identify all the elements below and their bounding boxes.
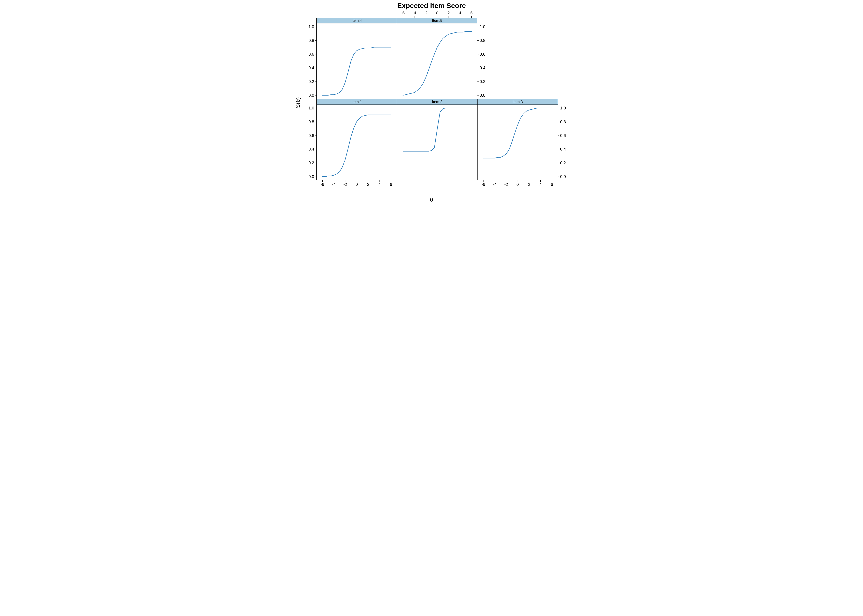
trellis-row-bottom: Item.1 -6-4-20246 0.00.20.40.60.81.0 Ite… bbox=[317, 99, 558, 180]
panel-empty bbox=[477, 18, 558, 99]
trellis-area: Item.4 0.00.20.40.60.81.0 Item.5 -6-4-20… bbox=[317, 18, 558, 180]
panel-item3: Item.3 -6-4-20246 0.00.20.40.60.81.0 bbox=[477, 99, 558, 180]
x-ticks-bottom: -6-4-20246 bbox=[477, 180, 557, 187]
y-ticks-left: 0.00.20.40.60.81.0 bbox=[304, 23, 317, 99]
curve-item1 bbox=[317, 105, 397, 180]
curve-item4 bbox=[317, 23, 397, 99]
x-ticks-top: -6-4-20246 bbox=[397, 11, 477, 18]
y-axis-label: S(θ) bbox=[293, 0, 304, 205]
panel-item2: Item.2 bbox=[397, 99, 477, 180]
strip-label: Item.2 bbox=[397, 99, 477, 105]
curve-item5 bbox=[397, 23, 477, 99]
chart-title: Expected Item Score bbox=[288, 2, 575, 9]
y-ticks-right: 0.00.20.40.60.81.0 bbox=[557, 105, 570, 180]
panel-item5: Item.5 -6-4-20246 0.00.20.40.60.81.0 bbox=[397, 18, 477, 99]
plot-area bbox=[477, 105, 557, 180]
strip-label: Item.1 bbox=[317, 99, 397, 105]
x-axis-label: θ bbox=[288, 197, 575, 203]
y-ticks-left: 0.00.20.40.60.81.0 bbox=[304, 105, 317, 180]
plot-area bbox=[317, 105, 397, 180]
strip-label: Item.3 bbox=[477, 99, 557, 105]
plot-area bbox=[397, 105, 477, 180]
curve-item2 bbox=[397, 105, 477, 180]
strip-label: Item.5 bbox=[397, 18, 477, 24]
panel-item4: Item.4 0.00.20.40.60.81.0 bbox=[317, 18, 397, 99]
x-ticks-bottom: -6-4-20246 bbox=[317, 180, 397, 187]
plot-area bbox=[397, 23, 477, 99]
strip-label: Item.4 bbox=[317, 18, 397, 24]
trellis-row-top: Item.4 0.00.20.40.60.81.0 Item.5 -6-4-20… bbox=[317, 18, 558, 99]
chart-container: Expected Item Score S(θ) θ Item.4 0.00.2… bbox=[288, 0, 575, 205]
plot-area bbox=[317, 23, 397, 99]
panel-item1: Item.1 -6-4-20246 0.00.20.40.60.81.0 bbox=[317, 99, 397, 180]
curve-item3 bbox=[477, 105, 557, 180]
